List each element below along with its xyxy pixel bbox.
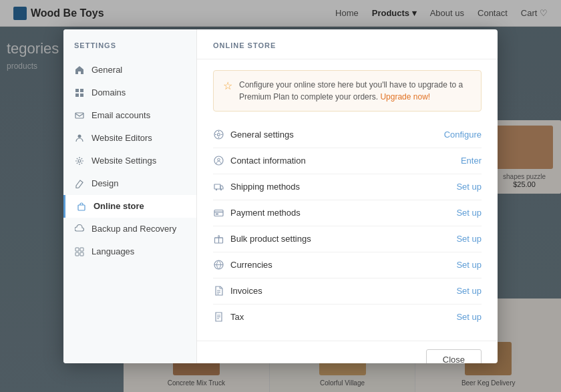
sidebar-item-email-label: Email accounts (91, 110, 150, 120)
settings-row-payment: Payment methods Set up (213, 200, 482, 226)
settings-row-general: General settings Configure (213, 122, 482, 148)
settings-row-bulk: Bulk product settings Set up (213, 226, 482, 252)
shipping-action[interactable]: Set up (456, 182, 482, 192)
house-icon (74, 65, 85, 75)
sidebar-item-website-editors[interactable]: Website Editors (63, 127, 196, 150)
svg-point-7 (78, 160, 81, 162)
svg-rect-11 (75, 252, 79, 256)
settings-row-invoices: Invoices Set up (213, 278, 482, 305)
upgrade-text: Configure your online store here but you… (239, 79, 472, 103)
currencies-action[interactable]: Set up (456, 260, 482, 270)
sidebar-item-design[interactable]: Design (63, 172, 196, 195)
person-circle-icon (213, 156, 224, 166)
payment-label: Payment methods (230, 208, 301, 218)
globe-icon (213, 260, 224, 270)
svg-rect-8 (78, 205, 85, 210)
settings-row-shipping: Shipping methods Set up (213, 174, 482, 200)
general-settings-label: General settings (230, 130, 294, 140)
sidebar-item-general[interactable]: General (63, 59, 196, 81)
bag-icon (76, 201, 87, 212)
sidebar-item-online-store[interactable]: Online store (63, 195, 196, 218)
svg-rect-3 (75, 93, 79, 97)
sidebar-item-website-settings-label: Website Settings (91, 156, 156, 166)
payment-action[interactable]: Set up (456, 208, 482, 218)
settings-gear-icon (74, 156, 85, 166)
tax-label: Tax (230, 312, 244, 322)
email-icon (74, 110, 85, 121)
bulk-label: Bulk product settings (230, 234, 311, 244)
tax-action[interactable]: Set up (456, 312, 482, 322)
bulk-action[interactable]: Set up (456, 234, 482, 244)
sidebar-item-domains[interactable]: Domains (63, 81, 196, 104)
svg-point-16 (217, 158, 220, 161)
close-button[interactable]: Close (426, 349, 482, 363)
settings-row-contact: Contact information Enter (213, 148, 482, 174)
main-content: ONLINE STORE ☆ Configure your online sto… (197, 29, 498, 363)
sidebar-header: SETTINGS (63, 29, 196, 59)
shipping-label: Shipping methods (230, 182, 300, 192)
settings-list: General settings Configure Contact infor… (213, 122, 482, 330)
sidebar-item-backup-label: Backup and Recovery (91, 224, 176, 234)
invoices-label: Invoices (230, 286, 262, 296)
star-icon: ☆ (223, 79, 232, 92)
sidebar-item-online-store-label: Online store (94, 201, 144, 211)
sidebar-item-backup[interactable]: Backup and Recovery (63, 218, 196, 240)
sidebar-item-domains-label: Domains (91, 87, 126, 97)
upgrade-banner: ☆ Configure your online store here but y… (213, 70, 482, 112)
person-icon (74, 133, 85, 144)
svg-rect-9 (75, 248, 79, 251)
document-icon (213, 286, 224, 297)
sidebar-item-languages-label: Languages (91, 246, 134, 256)
gear-circle-icon (213, 130, 224, 140)
truck-icon (213, 182, 224, 192)
credit-card-icon (213, 208, 224, 218)
currencies-label: Currencies (230, 260, 272, 270)
sidebar-item-website-settings[interactable]: Website Settings (63, 150, 196, 172)
svg-point-18 (215, 188, 216, 190)
svg-rect-5 (75, 113, 83, 118)
svg-rect-20 (214, 210, 223, 216)
grid-icon (74, 87, 85, 98)
cloud-icon (74, 224, 85, 234)
svg-rect-2 (80, 89, 83, 92)
main-header: ONLINE STORE (197, 29, 498, 59)
svg-rect-4 (80, 93, 83, 97)
invoices-action[interactable]: Set up (456, 286, 482, 296)
gift-icon (213, 234, 224, 244)
sidebar-item-email[interactable]: Email accounts (63, 104, 196, 127)
svg-point-14 (217, 134, 220, 136)
svg-rect-21 (216, 213, 218, 214)
contact-action[interactable]: Enter (461, 156, 482, 166)
sidebar-item-design-label: Design (91, 178, 118, 188)
svg-rect-17 (214, 184, 220, 189)
sidebar-item-general-label: General (91, 65, 122, 75)
svg-rect-12 (80, 252, 83, 256)
sidebar-item-languages[interactable]: Languages (63, 240, 196, 263)
settings-row-tax: Tax Set up (213, 305, 482, 330)
tax-document-icon (213, 312, 224, 323)
sidebar-item-website-editors-label: Website Editors (91, 133, 152, 143)
sidebar: SETTINGS General Domains Email accounts (63, 29, 197, 363)
general-settings-action[interactable]: Configure (444, 130, 482, 140)
modal-footer: Close (197, 341, 498, 363)
settings-modal: SETTINGS General Domains Email accounts (63, 29, 498, 363)
contact-label: Contact information (230, 156, 306, 166)
languages-icon (74, 246, 85, 257)
settings-row-currencies: Currencies Set up (213, 252, 482, 278)
svg-point-19 (220, 188, 221, 190)
main-body: ☆ Configure your online store here but y… (197, 59, 498, 341)
svg-point-6 (78, 134, 81, 138)
svg-rect-1 (75, 89, 79, 92)
design-icon (74, 178, 85, 189)
svg-rect-10 (80, 248, 83, 251)
upgrade-link[interactable]: Upgrade now! (380, 92, 430, 102)
